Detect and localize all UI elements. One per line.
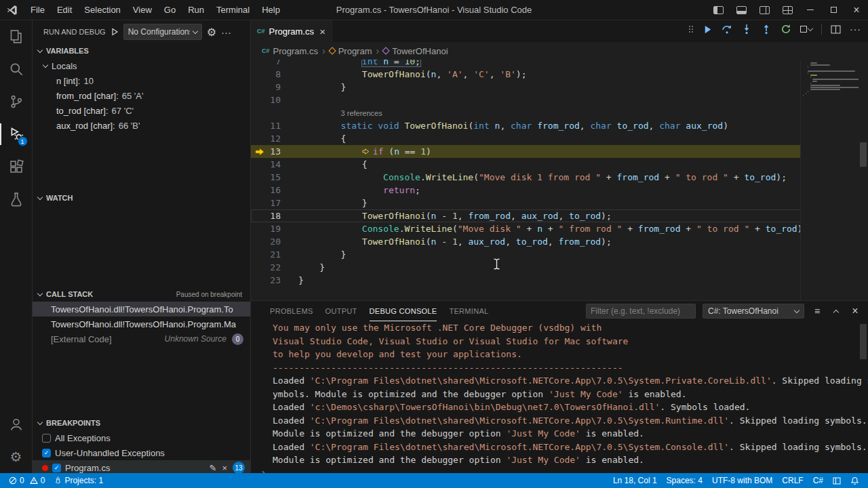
customize-layout-icon[interactable] (776, 0, 799, 20)
step-into-icon[interactable] (741, 24, 752, 35)
projects-status[interactable]: Projects: 1 (50, 473, 108, 488)
stack-frame[interactable]: [External Code]Unknown Source0 (33, 331, 250, 346)
code-line[interactable]: 7int n = 10; (251, 60, 868, 68)
debug-toolbar-drag-handle[interactable] (689, 26, 694, 33)
code-line[interactable]: 16return; (251, 184, 868, 197)
breakpoint-row[interactable]: ✓All Exceptions (33, 430, 250, 445)
variable-row[interactable]: n [int]:10 (33, 73, 250, 88)
panel-tab-debug-console[interactable]: DEBUG CONSOLE (370, 302, 437, 321)
menu-terminal[interactable]: Terminal (210, 0, 256, 20)
stack-frame[interactable]: TowersOfHanoi.dll!TowersOfHanoi.Program.… (33, 302, 250, 317)
status-utf-8-with-bom[interactable]: UTF-8 with BOM (707, 473, 777, 488)
status-crlf[interactable]: CRLF (777, 473, 808, 488)
menu-help[interactable]: Help (256, 0, 286, 20)
source-control-icon[interactable] (0, 85, 33, 118)
tab-close-icon[interactable]: × (319, 26, 326, 37)
problems-status[interactable]: 0 0 (4, 473, 50, 488)
step-out-icon[interactable] (761, 24, 772, 35)
menu-selection[interactable]: Selection (78, 0, 126, 20)
account-icon[interactable] (0, 408, 33, 441)
maximize-panel-icon[interactable] (830, 305, 842, 317)
testing-icon[interactable] (0, 183, 33, 216)
debug-console-output[interactable]: You may only use the Microsoft .NET Core… (251, 321, 868, 473)
status-c-[interactable]: C# (808, 473, 828, 488)
panel-tab-output[interactable]: OUTPUT (326, 302, 357, 321)
breakpoint-row[interactable]: ✓User-Unhandled Exceptions (33, 445, 250, 460)
code-line[interactable]: 14{ (251, 158, 868, 171)
status-ln-18-col-1[interactable]: Ln 18, Col 1 (608, 473, 662, 488)
explorer-icon[interactable] (0, 20, 33, 53)
run-and-debug-icon[interactable]: 1 (0, 118, 33, 150)
minimize-button[interactable] (799, 0, 822, 20)
close-panel-icon[interactable]: × (849, 305, 861, 317)
code-line[interactable]: 18TowerOfHanoi(n - 1, from_rod, aux_rod,… (251, 209, 868, 222)
breakpoint-checkbox[interactable]: ✓ (42, 449, 51, 458)
debug-configuration-dropdown[interactable]: No Configurations (123, 24, 202, 40)
debug-settings-gear-icon[interactable]: ⚙ (207, 26, 216, 39)
stack-frame[interactable]: TowersOfHanoi.dll!TowersOfHanoi.Program.… (33, 317, 250, 331)
menu-view[interactable]: View (127, 0, 158, 20)
toggle-secondary-sidebar-icon[interactable] (753, 0, 776, 20)
debug-console-selector[interactable]: C#: TowersOfHanoi (703, 304, 804, 319)
code-line[interactable]: 9} (251, 81, 868, 94)
menu-run[interactable]: Run (182, 0, 210, 20)
start-debugging-icon[interactable] (111, 28, 119, 36)
code-line[interactable]: 15Console.WriteLine("Move disk 1 from ro… (251, 171, 868, 184)
remove-breakpoint-icon[interactable]: × (222, 463, 227, 473)
stop-icon[interactable] (800, 26, 812, 33)
notifications-bell-icon[interactable] (846, 473, 864, 488)
breakpoints-section-header[interactable]: BREAKPOINTS (33, 415, 250, 430)
variables-scope-locals[interactable]: Locals (33, 58, 250, 73)
code-line[interactable]: 12{ (251, 132, 868, 145)
edit-breakpoint-icon[interactable]: ✎ (210, 463, 217, 473)
watch-section-header[interactable]: WATCH (33, 190, 250, 205)
code-line[interactable]: 11static void TowerOfHanoi(int n, char f… (251, 119, 868, 132)
close-window-button[interactable]: × (845, 0, 868, 20)
toggle-sidebar-icon[interactable] (707, 0, 730, 20)
code-line[interactable]: 17} (251, 197, 868, 209)
variable-row[interactable]: from_rod [char]:65 'A' (33, 88, 250, 103)
breakpoint-checkbox[interactable]: ✓ (42, 434, 51, 443)
editor-more-actions-icon[interactable]: ··· (850, 24, 861, 35)
panel-tab-terminal[interactable]: TERMINAL (449, 302, 488, 321)
menu-go[interactable]: Go (158, 0, 182, 20)
menu-edit[interactable]: Edit (51, 0, 78, 20)
breakpoint-checkbox[interactable]: ✓ (52, 464, 61, 472)
status-spaces-4[interactable]: Spaces: 4 (662, 473, 707, 488)
panel-scrollbar[interactable] (860, 324, 867, 359)
status-layout-icon[interactable] (828, 473, 846, 488)
breadcrumb-method[interactable]: TowerOfHanoi (383, 46, 448, 56)
panel-tab-problems[interactable]: PROBLEMS (270, 302, 313, 321)
settings-gear-icon[interactable]: ⚙ (0, 441, 33, 473)
breadcrumb-file[interactable]: C# Program.cs (262, 46, 318, 56)
console-text-wrap-icon[interactable]: ≡ (811, 305, 823, 317)
step-over-icon[interactable] (722, 24, 732, 35)
continue-icon[interactable] (703, 24, 713, 35)
minimap[interactable] (800, 60, 859, 300)
code-line[interactable]: 21} (251, 248, 868, 261)
more-actions-icon[interactable]: ··· (221, 26, 231, 38)
editor-scrollbar[interactable] (859, 60, 868, 300)
search-icon[interactable] (0, 53, 33, 85)
breadcrumb-class[interactable]: Program (330, 46, 372, 56)
code-line[interactable]: 10 (251, 94, 868, 106)
toggle-panel-icon[interactable] (730, 0, 753, 20)
code-line[interactable]: 13if (n == 1) (251, 145, 868, 158)
breakpoint-row[interactable]: ✓Program.cs✎×13 (33, 460, 250, 473)
code-line[interactable]: 20TowerOfHanoi(n - 1, aux_rod, to_rod, f… (251, 235, 868, 248)
console-filter-input[interactable] (586, 304, 696, 319)
extensions-icon[interactable] (0, 150, 33, 183)
code-editor[interactable]: 7int n = 10;8TowerOfHanoi(n, 'A', 'C', '… (251, 60, 868, 300)
code-line[interactable]: 22} (251, 261, 868, 274)
codelens-references[interactable]: 3 references (251, 106, 868, 119)
code-line[interactable]: 19Console.WriteLine("Move disk " + n + "… (251, 222, 868, 235)
code-line[interactable]: 23} (251, 274, 868, 287)
restart-icon[interactable] (781, 24, 791, 35)
variables-section-header[interactable]: VARIABLES (33, 43, 250, 58)
tab-program-cs[interactable]: C# Program.cs × (251, 20, 332, 42)
console-input-row[interactable]: › (260, 467, 868, 474)
split-editor-icon[interactable] (831, 25, 841, 34)
code-line[interactable]: 8TowerOfHanoi(n, 'A', 'C', 'B'); (251, 68, 868, 81)
menu-file[interactable]: File (24, 0, 51, 20)
variable-row[interactable]: aux_rod [char]:66 'B' (33, 118, 250, 133)
